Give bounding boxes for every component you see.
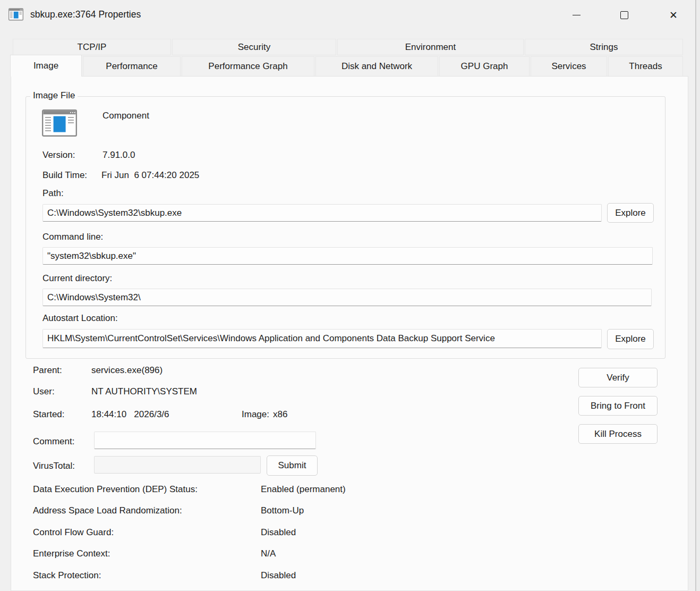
tab-strings[interactable]: Strings	[525, 39, 683, 55]
window-right-border	[695, 0, 696, 591]
minimize-button[interactable]	[564, 5, 588, 25]
image-file-group-label: Image File	[30, 90, 78, 101]
command-line-input[interactable]	[42, 247, 653, 265]
virustotal-label: VirusTotal:	[33, 461, 75, 471]
image-arch-value: x86	[273, 409, 287, 419]
virustotal-input	[94, 456, 261, 474]
title-bar: sbkup.exe:3764 Properties ✕	[0, 0, 700, 30]
image-arch-label: Image:	[242, 409, 269, 419]
minimize-icon	[573, 15, 581, 15]
submit-virustotal-button[interactable]: Submit	[267, 455, 318, 476]
window-right-edge	[696, 0, 700, 591]
dep-status-value: Enabled (permanent)	[261, 484, 346, 495]
cfg-value: Disabled	[261, 527, 296, 538]
image-description: Component	[103, 111, 149, 121]
autostart-location-input[interactable]	[42, 329, 602, 348]
tab-tcpip[interactable]: TCP/IP	[13, 39, 171, 55]
verify-button[interactable]: Verify	[578, 368, 658, 387]
current-directory-input[interactable]	[42, 289, 652, 306]
explore-path-button[interactable]: Explore	[607, 203, 654, 223]
user-value: NT AUTHORITY\SYSTEM	[91, 386, 197, 397]
tab-threads[interactable]: Threads	[608, 56, 683, 77]
tab-services[interactable]: Services	[531, 56, 607, 77]
enterprise-context-value: N/A	[261, 548, 276, 559]
window-title: sbkup.exe:3764 Properties	[30, 9, 141, 20]
maximize-icon	[620, 11, 628, 19]
tab-environment[interactable]: Environment	[337, 39, 524, 55]
aslr-label: Address Space Load Randomization:	[33, 505, 182, 516]
comment-input[interactable]	[94, 432, 316, 449]
autostart-location-label: Autostart Location:	[42, 313, 118, 324]
path-label: Path:	[42, 188, 64, 199]
tab-image[interactable]: Image	[10, 55, 82, 77]
version-label: Version:	[42, 150, 75, 161]
cfg-label: Control Flow Guard:	[33, 527, 114, 538]
parent-value: services.exe(896)	[91, 365, 163, 376]
user-label: User:	[33, 386, 55, 397]
image-arch-row: Image:x86	[242, 409, 287, 420]
comment-label: Comment:	[33, 436, 74, 447]
path-input[interactable]	[42, 204, 602, 222]
image-file-groupbox	[25, 96, 665, 359]
enterprise-context-label: Enterprise Context:	[33, 548, 110, 559]
tab-disk-and-network[interactable]: Disk and Network	[315, 56, 438, 77]
version-value: 7.91.0.0	[103, 150, 135, 161]
tab-performance-graph[interactable]: Performance Graph	[182, 56, 314, 77]
component-app-icon	[42, 109, 77, 137]
maximize-button[interactable]	[612, 5, 636, 25]
close-button[interactable]: ✕	[661, 5, 686, 25]
command-line-label: Command line:	[42, 232, 103, 242]
bring-to-front-button[interactable]: Bring to Front	[578, 396, 658, 416]
tab-security[interactable]: Security	[172, 39, 336, 55]
close-icon: ✕	[669, 10, 678, 20]
started-label: Started:	[33, 409, 65, 420]
stack-protection-label: Stack Protection:	[33, 570, 101, 581]
build-time-label: Build Time:	[42, 170, 87, 181]
app-window-icon	[8, 8, 23, 21]
dep-status-label: Data Execution Prevention (DEP) Status:	[33, 484, 198, 495]
build-time-value: Fri Jun 6 07:44:20 2025	[101, 170, 199, 181]
started-value: 18:44:10 2026/3/6	[91, 409, 169, 420]
tab-performance[interactable]: Performance	[83, 56, 181, 77]
stack-protection-value: Disabled	[261, 570, 296, 581]
kill-process-button[interactable]: Kill Process	[578, 424, 658, 444]
parent-label: Parent:	[33, 365, 62, 376]
aslr-value: Bottom-Up	[261, 505, 304, 516]
explore-autostart-button[interactable]: Explore	[607, 329, 654, 349]
tab-gpu-graph[interactable]: GPU Graph	[439, 56, 530, 77]
current-directory-label: Current directory:	[42, 273, 112, 284]
